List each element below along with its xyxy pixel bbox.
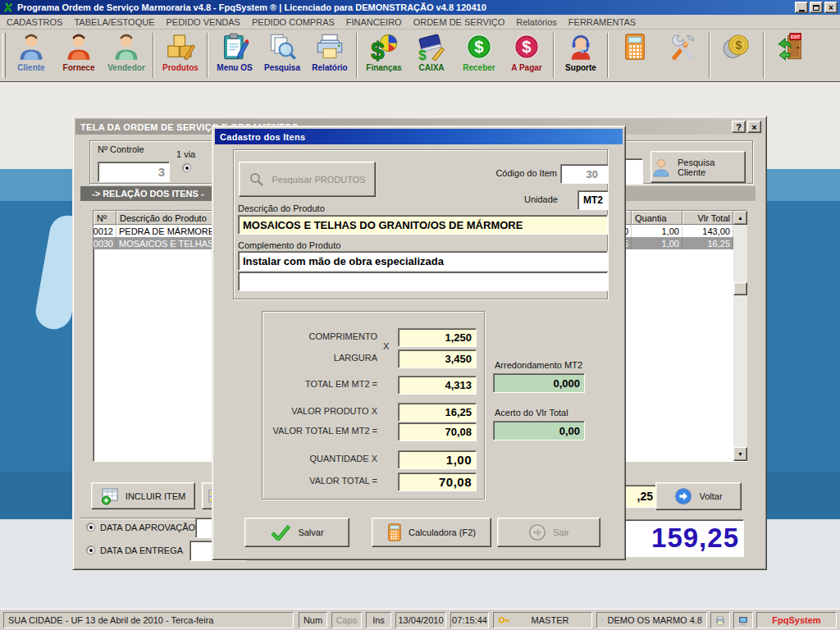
- menu-tabela-estoque[interactable]: TABELA/ESTOQUE: [74, 17, 154, 27]
- descricao-produto-field[interactable]: MOSAICOS E TELHAS DO GRANITO/OS DE MÁRMO…: [238, 215, 608, 235]
- toolbar-moedas-button[interactable]: $: [713, 30, 760, 81]
- toolbar-vendedor-button[interactable]: Vendedor: [103, 30, 150, 81]
- largura-label: LARGURA: [262, 353, 377, 363]
- calculadora-button[interactable]: Calculadora (F2): [372, 518, 491, 547]
- status-user: MASTER: [513, 615, 587, 625]
- menu-cadastros[interactable]: CADASTROS: [7, 17, 62, 27]
- toolbar-relatorio-button[interactable]: Relatório: [306, 30, 354, 81]
- col-header-num[interactable]: Nº: [94, 211, 116, 225]
- data-entrega-radio[interactable]: [86, 546, 95, 555]
- toolbar-financas-button[interactable]: $ Finanças: [360, 30, 408, 81]
- quantidade-field[interactable]: 1,00: [398, 450, 477, 469]
- pesquisar-produtos-label: Pesquisar PRODUTOS: [272, 175, 365, 185]
- descricao-produto-label: Descrição do Produto: [238, 203, 325, 213]
- largura-field[interactable]: 3,450: [398, 349, 477, 368]
- comprimento-field[interactable]: 1,250: [398, 328, 477, 347]
- pesquisa-cliente-label: Pesquisa Cliente: [678, 158, 745, 177]
- toolbar-fornecedor-button[interactable]: Fornece: [55, 30, 103, 81]
- document-search-icon: [267, 32, 297, 62]
- cell-quantia: 1,00: [632, 225, 682, 237]
- printer-icon: [315, 32, 345, 62]
- data-aprovacao-radio[interactable]: [86, 523, 95, 532]
- valor-produto-label: VALOR PRODUTO X: [262, 406, 377, 416]
- restore-button[interactable]: [810, 2, 823, 13]
- scrollbar-track[interactable]: [733, 225, 747, 447]
- scrollbar-thumb[interactable]: [733, 282, 747, 295]
- tools-icon: [668, 32, 697, 62]
- monitor-icon: [738, 614, 748, 627]
- voltar-button[interactable]: Voltar: [655, 482, 742, 510]
- toolbar-receber-button[interactable]: $ Receber: [455, 30, 503, 81]
- help-button[interactable]: ?: [732, 121, 746, 133]
- toolbar-sair-button[interactable]: EXIT: [767, 30, 815, 81]
- total-mt2-field[interactable]: 4,313: [398, 376, 477, 395]
- menu-pedido-compras[interactable]: PEDIDO COMPRAS: [252, 17, 335, 27]
- toolbar-produtos-button[interactable]: Produtos: [157, 30, 204, 81]
- complemento-produto-field-2[interactable]: [238, 272, 608, 291]
- arrow-right-circle-icon: [674, 487, 692, 505]
- toolbar-suporte-button[interactable]: Suporte: [557, 30, 605, 81]
- key-icon: [498, 614, 509, 626]
- valor-total-field[interactable]: 70,08: [398, 472, 477, 491]
- search-icon: [249, 171, 265, 188]
- cell-vlr-total: 16,25: [682, 237, 733, 249]
- status-printer-panel[interactable]: [710, 612, 730, 628]
- data-aprovacao-label: DATA DA APROVAÇÃO: [100, 523, 195, 532]
- col-header-quantia[interactable]: Quantia: [632, 211, 682, 225]
- printer-small-icon: [715, 614, 725, 627]
- disk-icon: [601, 614, 604, 626]
- calculator-small-icon: [387, 523, 402, 541]
- arredondamento-field: 0,000: [493, 373, 585, 393]
- data-entrega-label: DATA DA ENTREGA: [100, 546, 183, 555]
- toolbar-separator: [607, 33, 609, 78]
- status-time: 07:15:44: [450, 612, 489, 628]
- quantidade-label: QUANTIDADE X: [262, 454, 377, 463]
- cadastro-itens-dialog: Cadastro dos Itens Pesquisar PRODUTOS Có…: [212, 126, 626, 560]
- unidade-field[interactable]: MT2: [578, 190, 609, 210]
- salvar-button[interactable]: Salvar: [244, 518, 349, 547]
- cash-book-icon: $: [417, 32, 446, 62]
- valor-total-mt2-field[interactable]: 70,08: [398, 422, 477, 441]
- menu-relatorios[interactable]: Relatórios: [516, 17, 557, 27]
- codigo-item-label: Código do Item: [487, 168, 557, 178]
- acerto-vlr-label: Acerto do Vlr Total: [495, 408, 568, 418]
- incluir-item-button[interactable]: INCLUIR ITEM: [91, 482, 195, 509]
- valor-produto-field[interactable]: 16,25: [398, 403, 477, 422]
- col-header-vlr-total[interactable]: Vlr Total: [682, 211, 733, 225]
- menu-ordem-servico[interactable]: ORDEM DE SERVIÇO: [413, 17, 505, 27]
- grid-plus-icon: [101, 487, 119, 505]
- pesquisar-produtos-button[interactable]: Pesquisar PRODUTOS: [239, 162, 376, 197]
- toolbar-caixa-button[interactable]: $ CAIXA: [408, 30, 455, 81]
- pesquisa-cliente-button[interactable]: Pesquisa Cliente: [651, 151, 746, 183]
- status-database: DEMO OS MARMO 4.8: [607, 615, 702, 625]
- medidas-groupbox: COMPRIMENTO 1,250 X LARGURA 3,450 TOTAL …: [262, 311, 485, 500]
- toolbar-separator: [153, 33, 154, 78]
- scroll-down-button[interactable]: ▼: [733, 447, 747, 461]
- sair-button[interactable]: Sair: [497, 518, 600, 547]
- scroll-up-button[interactable]: ▲: [733, 211, 747, 225]
- toolbar-menu-os-button[interactable]: Menu OS: [211, 30, 258, 81]
- toolbar-cliente-button[interactable]: Cliente: [7, 30, 55, 81]
- products-boxes-icon: [166, 32, 195, 62]
- complemento-produto-field[interactable]: Instalar com mão de obra especializada: [238, 251, 608, 271]
- toolbar-calculadora-button[interactable]: [611, 30, 659, 81]
- toolbar-ferramentas-button[interactable]: [659, 30, 706, 81]
- cell-vlr-total: 143,00: [682, 225, 733, 237]
- menu-financeiro[interactable]: FINANCEIRO: [346, 17, 402, 27]
- cell-num: 0012: [94, 225, 116, 237]
- close-button[interactable]: ×: [824, 2, 838, 13]
- menu-pedido-vendas[interactable]: PEDIDO VENDAS: [166, 17, 240, 27]
- window-close-button[interactable]: ×: [747, 121, 761, 133]
- toolbar-pesquisa-button[interactable]: Pesquisa: [258, 30, 306, 81]
- toolbar-a-pagar-button[interactable]: $ A Pagar: [503, 30, 550, 81]
- menu-ferramentas[interactable]: FERRAMENTAS: [568, 17, 636, 27]
- cell-num: 0030: [94, 237, 116, 249]
- controle-input[interactable]: 3: [98, 162, 170, 182]
- minimize-button[interactable]: [795, 2, 808, 13]
- application-window: Programa Ordem de Serviço Marmoraria v4.…: [0, 0, 840, 630]
- via1-radio[interactable]: [182, 163, 191, 172]
- status-database-panel: DEMO OS MARMO 4.8: [596, 612, 707, 628]
- cell-quantia: 1,00: [632, 237, 682, 249]
- toolbar-separator: [763, 33, 765, 78]
- status-network-panel[interactable]: [733, 612, 753, 628]
